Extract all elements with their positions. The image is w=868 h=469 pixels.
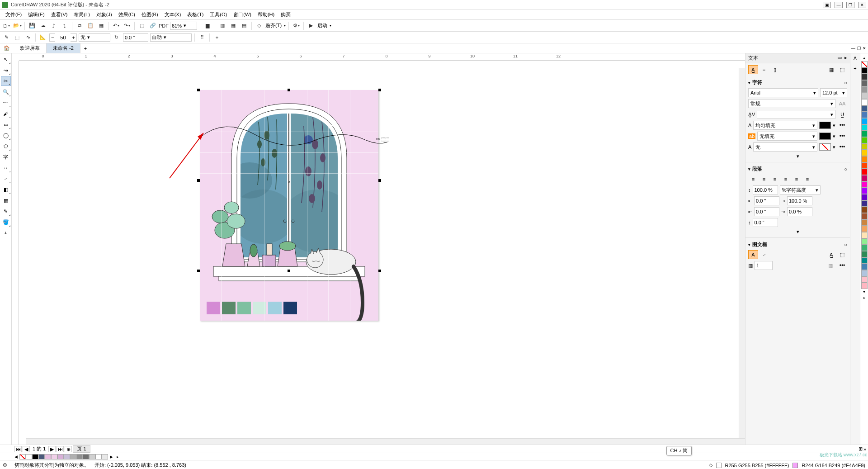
color-swatch[interactable] bbox=[861, 137, 868, 143]
color-swatch[interactable] bbox=[861, 150, 868, 156]
color-swatch[interactable] bbox=[861, 169, 868, 175]
align-none-icon[interactable]: ≡ bbox=[748, 175, 758, 184]
strip-add-icon[interactable]: + bbox=[851, 64, 859, 72]
menu-text[interactable]: 文本(X) bbox=[162, 10, 184, 19]
color-swatch[interactable] bbox=[861, 270, 868, 276]
options-button[interactable]: ⚙▾ bbox=[292, 21, 301, 30]
frame-fit-icon[interactable]: ⬚ bbox=[837, 250, 847, 259]
nav-menu-icon[interactable]: ⊞ bbox=[859, 446, 863, 452]
menu-object[interactable]: 对象(J) bbox=[94, 10, 115, 19]
doc-swatch[interactable] bbox=[64, 454, 70, 460]
handle-n[interactable] bbox=[288, 89, 290, 91]
color-swatch[interactable] bbox=[861, 283, 868, 289]
print-button[interactable]: ☁ bbox=[38, 21, 47, 30]
tabs-max-icon[interactable]: ❐ bbox=[857, 46, 861, 51]
color-swatch[interactable] bbox=[861, 232, 868, 238]
nodes-input[interactable] bbox=[55, 33, 71, 42]
nav-first[interactable]: ⏮ bbox=[14, 446, 22, 452]
transparency-tool[interactable]: ▩ bbox=[1, 195, 11, 205]
menu-buy[interactable]: 购买 bbox=[278, 10, 293, 19]
grid-button[interactable]: ▦ bbox=[229, 21, 238, 30]
color-swatch[interactable] bbox=[861, 162, 868, 169]
ime-indicator[interactable]: CH ♪ 简 bbox=[666, 446, 692, 455]
link-button[interactable]: 🔗 bbox=[148, 21, 157, 30]
knife-options-icon[interactable]: ⬚ bbox=[13, 33, 22, 42]
snap-dlg-button[interactable]: ◇ bbox=[255, 21, 264, 30]
color-swatch[interactable] bbox=[861, 99, 868, 105]
menu-view[interactable]: 查看(V) bbox=[48, 10, 71, 19]
doc-swatch[interactable] bbox=[38, 454, 45, 460]
doc-pal-menu[interactable]: ▸ bbox=[115, 455, 121, 459]
new-button[interactable]: 🗋▾ bbox=[2, 21, 11, 30]
menu-tools[interactable]: 工具(O) bbox=[207, 10, 230, 19]
preset-combo[interactable]: 无▾ bbox=[79, 33, 110, 42]
nav-last[interactable]: ⏭ bbox=[57, 446, 64, 452]
color-swatch[interactable] bbox=[861, 74, 868, 80]
palette-scroll-down[interactable]: ▼ bbox=[863, 289, 866, 295]
tab-welcome[interactable]: 欢迎屏幕 bbox=[14, 43, 47, 53]
nav-prev[interactable]: ◀ bbox=[23, 446, 30, 452]
no-color-swatch[interactable] bbox=[861, 61, 868, 67]
doc-swatch[interactable] bbox=[102, 454, 108, 460]
polygon-tool[interactable]: ⬠ bbox=[1, 141, 11, 151]
freehand-mode-icon[interactable]: ✎ bbox=[2, 33, 11, 42]
strip-text-icon[interactable]: A bbox=[851, 54, 859, 62]
bezier-mode-icon[interactable]: ∿ bbox=[24, 33, 33, 42]
color-swatch[interactable] bbox=[861, 226, 868, 232]
clipboard-button[interactable]: ▦ bbox=[97, 21, 106, 30]
save-button[interactable]: 💾 bbox=[28, 21, 37, 30]
doc-pal-left[interactable]: ◀ bbox=[13, 455, 19, 459]
doc-swatch[interactable] bbox=[89, 454, 95, 460]
fill-more-button[interactable]: ••• bbox=[837, 122, 847, 128]
docker-opt1-icon[interactable]: ▦ bbox=[826, 65, 836, 74]
nav-next[interactable]: ▶ bbox=[48, 446, 56, 452]
freehand-tool[interactable]: 〰 bbox=[1, 98, 11, 108]
menu-layout[interactable]: 布局(L) bbox=[71, 10, 92, 19]
color-swatch[interactable] bbox=[861, 207, 868, 213]
import-button[interactable]: ⤵ bbox=[60, 21, 69, 30]
bgfill-more-button[interactable]: ••• bbox=[837, 133, 847, 139]
snap-toggle-button[interactable]: ▤ bbox=[240, 21, 249, 30]
indent-left-input[interactable] bbox=[754, 196, 779, 205]
tabs-close-icon[interactable]: ✕ bbox=[863, 46, 866, 51]
color-swatch[interactable] bbox=[861, 105, 868, 112]
color-swatch[interactable] bbox=[861, 257, 868, 264]
palette-flyout[interactable]: ▸ bbox=[863, 295, 865, 301]
shape-tool[interactable]: ↝ bbox=[1, 65, 11, 75]
scatter-icon[interactable]: ⠿ bbox=[198, 33, 207, 42]
space-before-input[interactable] bbox=[753, 218, 778, 227]
snap-label[interactable]: 贴齐(T) bbox=[265, 22, 282, 29]
font-family-combo[interactable]: Arial▾ bbox=[748, 88, 818, 97]
fill-indicator-icon[interactable]: ◇ bbox=[709, 462, 712, 468]
color-swatch[interactable] bbox=[861, 86, 868, 93]
nav-expand-icon[interactable]: » bbox=[863, 446, 866, 452]
frame-mode1-icon[interactable]: A bbox=[748, 250, 758, 259]
indent-right-input[interactable] bbox=[754, 207, 779, 216]
save-quick-icon[interactable]: ▣ bbox=[823, 2, 831, 8]
align-justify-icon[interactable]: ≡ bbox=[792, 175, 802, 184]
char-height-combo[interactable]: %字符高度▾ bbox=[780, 185, 821, 194]
outline-combo[interactable]: 无▾ bbox=[753, 142, 817, 152]
connector-tool[interactable]: ⟋ bbox=[1, 174, 11, 184]
launch-icon[interactable]: ▶ bbox=[307, 21, 316, 30]
tab-document[interactable]: 未命名 -2 bbox=[47, 43, 80, 53]
palette-scroll-up[interactable]: ▲ bbox=[863, 55, 866, 61]
char-panel-icon[interactable]: A̲ bbox=[748, 65, 758, 74]
char-section-label[interactable]: 字符 bbox=[752, 79, 762, 86]
handle-nw[interactable] bbox=[197, 89, 200, 91]
docker-undock-icon[interactable]: ▭ bbox=[837, 55, 842, 62]
home-icon[interactable]: 🏠 bbox=[0, 45, 14, 51]
fill-color-chip[interactable] bbox=[819, 122, 831, 129]
columns-input[interactable] bbox=[755, 261, 773, 270]
kerning-combo[interactable]: ▾ bbox=[757, 110, 835, 119]
close-button[interactable]: ✕ bbox=[858, 2, 866, 8]
auto-combo[interactable]: 自动▾ bbox=[150, 33, 192, 42]
handle-sw[interactable] bbox=[197, 270, 200, 272]
color-swatch[interactable] bbox=[861, 93, 868, 99]
para-section-label[interactable]: 段落 bbox=[752, 166, 762, 172]
menu-window[interactable]: 窗口(W) bbox=[231, 10, 254, 19]
all-caps-icon[interactable]: AA bbox=[837, 99, 847, 108]
nav-add[interactable]: ⊕ bbox=[65, 446, 72, 452]
outline-more-button[interactable]: ••• bbox=[837, 144, 847, 150]
para-panel-icon[interactable]: ≡ bbox=[759, 65, 769, 74]
